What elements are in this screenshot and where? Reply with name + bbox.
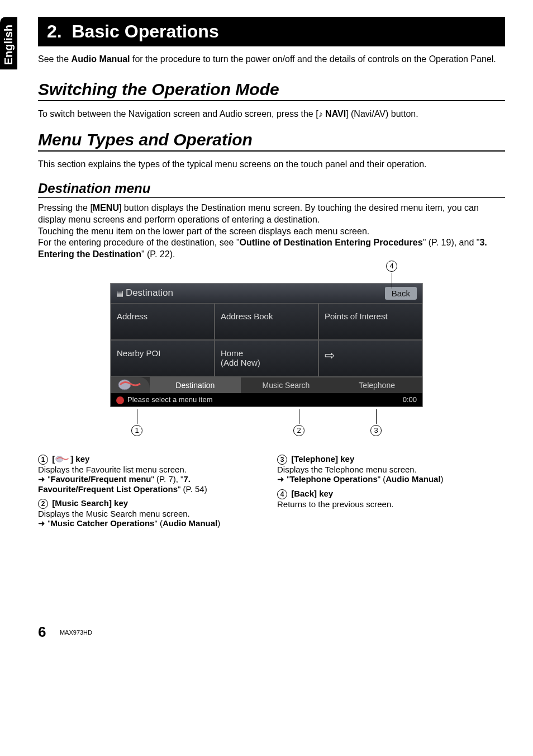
destination-ui-panel: ▤ Destination Back Address Address Book … <box>110 283 423 407</box>
menu-address[interactable]: Address <box>111 303 215 340</box>
menu-next-page[interactable]: ⇨ <box>318 340 422 377</box>
chapter-number: 2. <box>47 21 62 41</box>
intro-post: for the procedure to turn the power on/o… <box>130 54 496 64</box>
tab-music-search[interactable]: Music Search <box>241 377 332 393</box>
menu-poi[interactable]: Points of Interest <box>318 303 422 340</box>
d3-post: " (P. 22). <box>141 249 175 259</box>
destination-screenshot: 4 ▤ Destination Back Address Address Boo… <box>110 283 423 437</box>
k1-hpost: ] key <box>70 454 89 464</box>
page-number: 6 <box>38 623 46 640</box>
tab-destination[interactable]: Destination <box>150 377 241 393</box>
back-button[interactable]: Back <box>385 287 417 300</box>
key-4-num: 4 <box>277 489 287 499</box>
ui-title-text: ▤ Destination <box>116 287 173 299</box>
status-time: 0:00 <box>403 395 417 404</box>
key-3-heading: 3 [Telephone] key <box>277 454 505 465</box>
k1-rpost: " (P. 54) <box>178 484 207 494</box>
k3-rb2: Audio Manual <box>386 474 440 484</box>
d1-bold: MENU <box>93 203 119 212</box>
key-2-num: 2 <box>38 499 48 509</box>
model-number: MAX973HD <box>60 629 92 636</box>
status-message: Please select a menu item <box>127 395 212 404</box>
callout-3: 3 <box>370 409 382 436</box>
key-1-heading: 1 [] key <box>38 454 266 465</box>
k4-h: [Back] key <box>291 489 333 498</box>
key-2-ref: "Music Catcher Operations" (Audio Manual… <box>38 518 266 528</box>
k2-rb: Music Catcher Operations <box>51 518 155 528</box>
page-footer: 6 MAX973HD <box>38 623 505 641</box>
ui-bottom-tabs: Destination Music Search Telephone <box>111 377 422 393</box>
callout-2: 2 <box>293 409 304 436</box>
k3-h: [Telephone] key <box>291 454 354 464</box>
s1-navi: NAVI <box>325 109 346 119</box>
key-4-desc: Returns to the previous screen. <box>277 499 505 509</box>
intro-pre: See the <box>38 54 72 64</box>
section-switching-para: To switch between the Navigation screen … <box>38 109 505 119</box>
favourite-key[interactable] <box>111 377 150 393</box>
ui-title-bar: ▤ Destination Back <box>111 284 422 303</box>
key-3-ref: "Telephone Operations" (Audio Manual) <box>277 474 505 484</box>
k3-rm: " ( <box>378 474 386 484</box>
tab-telephone[interactable]: Telephone <box>331 377 422 393</box>
d3-pre: For the entering procedure of the destin… <box>38 238 240 247</box>
chapter-heading: 2. Basic Operations <box>38 17 505 46</box>
callout-2-num: 2 <box>293 425 304 436</box>
subsection-destination-heading: Destination menu <box>38 181 505 198</box>
callout-1-num: 1 <box>131 425 142 436</box>
key-2-heading: 2 [Music Search] key <box>38 498 266 509</box>
k2-rb2: Audio Manual <box>163 518 217 528</box>
k1-rm: " (P. 7), " <box>151 474 184 484</box>
intro-paragraph: See the Audio Manual for the procedure t… <box>38 54 505 64</box>
callout-3-num: 3 <box>370 425 382 436</box>
music-note-icon <box>318 109 325 119</box>
chapter-title: Basic Operations <box>72 21 218 41</box>
ui-status-row: Please select a menu item 0:00 <box>111 393 422 407</box>
key-2-desc: Displays the Music Search menu screen. <box>38 509 266 518</box>
section-menu-heading: Menu Types and Operation <box>38 130 505 152</box>
info-icon <box>116 396 124 404</box>
key-4-heading: 4 [Back] key <box>277 489 505 499</box>
k1-rb1: Favourite/Frequent menu <box>51 474 151 484</box>
s1-post: ] (Navi/AV) button. <box>346 109 418 119</box>
keys-right-column: 3 [Telephone] key Displays the Telephone… <box>277 454 505 528</box>
k2-rm: " ( <box>154 518 163 528</box>
section-switching-heading: Switching the Operation Mode <box>38 80 505 101</box>
k2-h: [Music Search] key <box>52 498 128 508</box>
k3-rb: Telephone Operations <box>290 474 378 484</box>
d3-b1: Outline of Destination Entering Procedur… <box>240 238 423 247</box>
d3-mid: " (P. 19), and " <box>423 238 480 247</box>
callout-4-num: 4 <box>386 261 397 272</box>
status-message-wrap: Please select a menu item <box>116 395 212 404</box>
favourite-icon <box>118 378 142 391</box>
key-3-desc: Displays the Telephone menu screen. <box>277 465 505 474</box>
d1-pre: Pressing the [ <box>38 203 93 212</box>
keys-left-column: 1 [] key Displays the Favourite list men… <box>38 454 266 528</box>
s1-pre: To switch between the Navigation screen … <box>38 109 318 119</box>
key-1-num: 1 <box>38 455 48 465</box>
key-3-num: 3 <box>277 455 287 465</box>
menu-nearby-poi[interactable]: Nearby POI <box>111 340 215 377</box>
key-1-desc: Displays the Favourite list menu screen. <box>38 465 266 474</box>
section-menu-para: This section explains the types of the t… <box>38 159 505 169</box>
k3-rpost: ) <box>441 474 444 484</box>
favourite-key-icon <box>55 455 70 463</box>
callout-1: 1 <box>131 409 142 436</box>
destination-description: Pressing the [MENU] button displays the … <box>38 202 505 261</box>
key-1-ref: "Favourite/Frequent menu" (P. 7), "7. Fa… <box>38 474 266 494</box>
language-tab: English <box>0 17 17 69</box>
ui-title: Destination <box>126 287 173 298</box>
destination-icon: ▤ <box>116 289 126 297</box>
intro-bold: Audio Manual <box>72 54 130 64</box>
callout-4: 4 <box>386 261 397 289</box>
menu-home[interactable]: Home (Add New) <box>215 340 318 377</box>
menu-address-book[interactable]: Address Book <box>215 303 318 340</box>
d2: Touching the menu item on the lower part… <box>38 226 369 236</box>
k2-rpost: ) <box>217 518 220 528</box>
